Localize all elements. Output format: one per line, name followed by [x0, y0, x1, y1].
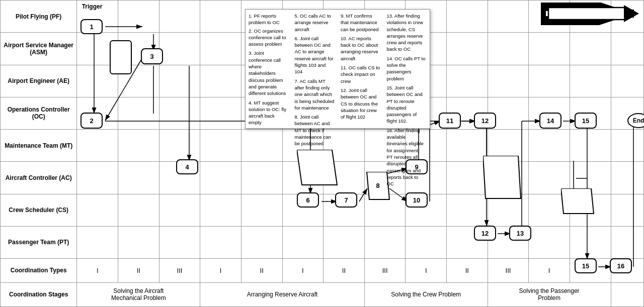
cell-mt-1	[77, 130, 118, 162]
stage-4: Solving the PassengerProblem	[488, 282, 611, 306]
cell-ae-11	[488, 65, 529, 97]
cell-pf-3	[159, 1, 200, 33]
cell-pf-2	[118, 1, 159, 33]
popup-item-11: 11. OC calls CS to check impact on crew	[341, 64, 381, 84]
cell-cs-10	[447, 194, 488, 226]
node-3: 3	[141, 48, 163, 64]
svg-marker-42	[548, 8, 634, 20]
popup-columns: 1. PF reports problem to OC 2. OC organi…	[249, 13, 427, 189]
coord-type-1: I	[77, 259, 118, 283]
cell-cs-4	[200, 194, 242, 226]
coord-type-5: II	[241, 259, 282, 283]
cell-ae-14	[611, 65, 643, 97]
cell-mt-13	[570, 130, 611, 162]
cell-cs-14	[611, 194, 643, 226]
cell-pt-14	[611, 226, 643, 258]
node-15b: 15	[575, 258, 597, 273]
cell-oc-2	[118, 97, 159, 129]
coord-type-2: II	[118, 259, 159, 283]
popup-col-1: 1. PF reports problem to OC 2. OC organi…	[249, 13, 289, 189]
popup-item-7: 7. AC calls MT after finding only one ai…	[295, 78, 335, 111]
popup-item-6: 6. Joint call between OC and AC to arran…	[295, 35, 335, 75]
cell-mt-2	[118, 130, 159, 162]
cell-oc-3	[159, 97, 200, 129]
svg-marker-38	[561, 188, 594, 214]
popup-item-10: 10. AC reports back to OC about arrangin…	[341, 35, 381, 62]
coord-type-8: III	[364, 259, 406, 283]
coord-type-9: I	[406, 259, 447, 283]
node-7: 7	[335, 192, 357, 208]
cell-asm-13	[570, 33, 611, 65]
node-15a: 15	[575, 113, 597, 129]
row-header-ae: Airport Engineer (AE)	[1, 65, 77, 97]
svg-marker-37	[483, 156, 521, 198]
node-14: 14	[539, 113, 561, 129]
popup-item-12: 12. Joint call between OC and CS to disc…	[341, 87, 381, 120]
cell-ae-4	[200, 65, 242, 97]
popup-item-4: 4. MT suggest solution to OC: fly aircra…	[249, 99, 289, 126]
coord-type-11: III	[488, 259, 529, 283]
row-header-mt: Maintenance Team (MT)	[1, 130, 77, 162]
node-6b: 6	[297, 192, 319, 208]
popup-info: 1. PF reports problem to OC 2. OC organi…	[245, 9, 430, 129]
cell-pt-13	[570, 226, 611, 258]
cell-ac-4	[200, 162, 242, 194]
row-header-pf: Pilot Flying (PF)	[1, 1, 77, 33]
ac-parallel-right	[561, 188, 596, 216]
coord-type-7: II	[324, 259, 365, 283]
coord-type-12: I	[529, 259, 570, 283]
trigger-box-asm	[110, 40, 132, 74]
cell-mt-10	[447, 130, 488, 162]
node-12b: 12	[474, 226, 496, 241]
popup-item-16: 16. After finding available itineraries …	[387, 127, 427, 187]
cell-ae-3	[159, 65, 200, 97]
trigger-header: Trigger	[74, 3, 110, 10]
coord-type-10: II	[447, 259, 488, 283]
cell-ae-10	[447, 65, 488, 97]
coord-type-3: III	[159, 259, 200, 283]
popup-item-2: 2. OC organizes conference call to asses…	[249, 28, 289, 48]
cell-asm-4	[200, 33, 242, 65]
cell-asm-12	[529, 33, 570, 65]
stage-1: Solving the AircraftMechanical Problem	[77, 282, 200, 306]
cell-mt-3	[159, 130, 200, 162]
cell-pt-2	[118, 226, 159, 258]
cell-asm-3	[159, 33, 200, 65]
cell-pf-4	[200, 1, 242, 33]
cell-cs-1	[77, 194, 118, 226]
cell-asm-14	[611, 33, 643, 65]
cell-cs-3	[159, 194, 200, 226]
cell-oc-4	[200, 97, 242, 129]
stage-empty	[611, 282, 643, 306]
cell-asm-11	[488, 33, 529, 65]
cell-pt-12	[529, 226, 570, 258]
cell-cs-5	[241, 194, 282, 226]
popup-item-13: 13. After finding violations in crew sch…	[387, 13, 427, 53]
cell-pt-6	[282, 226, 324, 258]
cell-mt-14	[611, 130, 643, 162]
cell-pt-8	[364, 226, 406, 258]
cell-mt-12	[529, 130, 570, 162]
node-4: 4	[176, 159, 198, 174]
node-11: 11	[439, 113, 461, 129]
node-1: 1	[80, 19, 103, 34]
stage-3: Solving the Crew Problem	[364, 282, 488, 306]
cell-pt-1	[77, 226, 118, 258]
row-header-ac: Aircraft Controller (AC)	[1, 162, 77, 194]
row-header-pt: Passenger Team (PT)	[1, 226, 77, 258]
coord-type-6: I	[282, 259, 324, 283]
popup-item-14: 14. OC calls PT to solve the passengers …	[387, 55, 427, 82]
cell-asm-10	[447, 33, 488, 65]
mt-ac-decision	[483, 156, 523, 201]
coord-types-label: Coordination Types	[1, 259, 77, 283]
cell-pf-11	[488, 1, 529, 33]
row-header-asm: Airport Service Manager (ASM)	[1, 33, 77, 65]
coord-stages-label: Coordination Stages	[1, 282, 77, 306]
coord-type-4: I	[200, 259, 242, 283]
cell-ae-12	[529, 65, 570, 97]
node-12a: 12	[474, 113, 496, 129]
popup-item-15: 15. Joint call between OC and PT to rero…	[387, 84, 427, 125]
cell-ac-14	[611, 162, 643, 194]
row-header-cs: Crew Scheduler (CS)	[1, 194, 77, 226]
diagram-container: Pilot Flying (PF) Airport Service Manage…	[0, 0, 644, 307]
